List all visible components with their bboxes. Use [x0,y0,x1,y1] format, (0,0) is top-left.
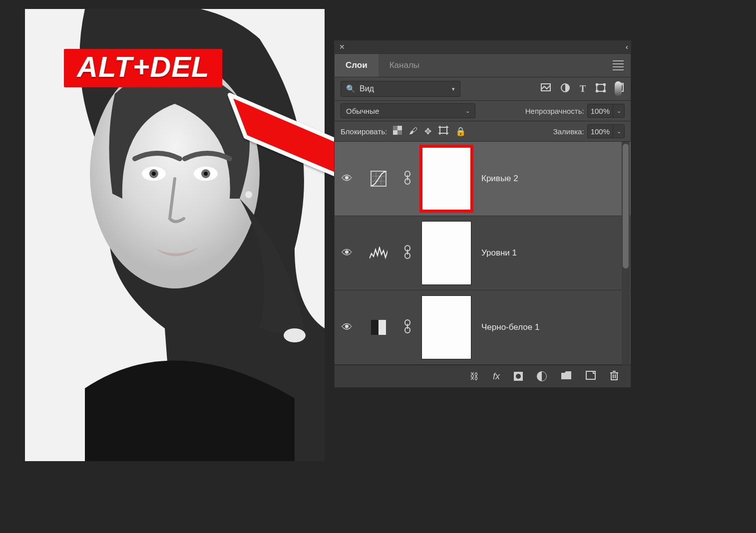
svg-point-7 [204,172,208,176]
blend-row: Обычные ⌄ Непрозрачность: 100% ⌄ [335,101,631,121]
filter-adjust-icon[interactable] [561,83,570,95]
filter-type-icon[interactable]: T [580,84,586,94]
mask-link-icon[interactable] [403,319,411,336]
visibility-toggle-icon[interactable]: 👁 [341,247,354,260]
layer-row[interactable]: 👁Черно-белое 1 [335,290,631,365]
adjustment-thumb[interactable] [370,244,387,262]
blend-mode-select[interactable]: Обычные ⌄ [341,103,475,118]
lock-transparent-icon[interactable] [393,126,402,137]
layers-panel-window: ✕ ‹‹ Слои Каналы 🔍Вид ▾ T [334,40,631,388]
layer-mask-thumb[interactable] [421,221,471,285]
layer-filter-label: Вид [360,84,374,93]
scrollbar-thumb[interactable] [623,144,629,268]
lock-pixels-icon[interactable]: 🖌 [409,126,417,136]
mask-link-icon[interactable] [403,170,411,188]
svg-rect-21 [440,127,447,133]
close-icon[interactable]: ✕ [339,43,345,51]
fx-icon[interactable]: fx [493,371,500,382]
lock-artboard-icon[interactable] [438,126,448,137]
layer-filter-select[interactable]: 🔍Вид ▾ [341,81,460,97]
svg-rect-16 [603,90,606,92]
lock-row: Блокировать: 🖌 ✥ 🔒 Заливка: 100% ⌄ [335,121,631,142]
svg-point-4 [152,172,156,176]
svg-rect-38 [371,320,378,335]
add-mask-icon[interactable] [514,372,523,381]
svg-rect-15 [596,90,598,92]
svg-rect-13 [596,83,598,86]
svg-point-8 [284,328,306,342]
fill-label: Заливка: [553,127,584,136]
delete-layer-icon[interactable] [610,370,619,383]
layer-name[interactable]: Кривые 2 [481,174,518,184]
panel-footer: ⛓ fx [335,365,631,387]
tab-layers[interactable]: Слои [335,54,378,77]
opacity-value: 100% [588,107,613,115]
layer-row[interactable]: 👁Уровни 1 [335,216,631,290]
scrollbar[interactable] [622,142,630,365]
panel-titlebar[interactable]: ✕ ‹‹ [334,40,631,53]
adjustment-thumb[interactable] [370,318,387,336]
adjustment-thumb[interactable] [370,170,387,188]
filter-shape-icon[interactable] [596,83,606,95]
visibility-toggle-icon[interactable]: 👁 [341,321,354,334]
filter-toggle[interactable] [615,81,622,96]
lock-label: Блокировать: [341,127,387,136]
filter-toolbar: 🔍Вид ▾ T [335,77,631,101]
opacity-label: Непрозрачность: [525,107,584,115]
svg-rect-19 [393,126,397,130]
layer-row[interactable]: 👁Кривые 2 [335,142,631,216]
lock-position-icon[interactable]: ✥ [424,126,431,137]
filter-pixel-icon[interactable] [541,83,551,95]
chevron-down-icon: ⌄ [465,108,470,114]
chevron-down-icon: ▾ [452,86,455,92]
stage: ALT+DEL ✕ ‹‹ Слои Каналы 🔍Вид ▾ [0,0,756,533]
layer-mask-thumb[interactable] [421,295,471,359]
layer-name[interactable]: Уровни 1 [481,248,517,258]
layers-list: 👁Кривые 2👁Уровни 1👁Черно-белое 1 [335,142,631,365]
new-group-icon[interactable] [561,371,572,382]
svg-rect-43 [611,373,617,380]
panel-tabs: Слои Каналы [335,54,631,77]
panel-menu-icon[interactable] [613,60,624,70]
chevron-down-icon: ⌄ [613,104,624,117]
opacity-input[interactable]: 100% ⌄ [587,104,625,118]
svg-rect-20 [397,130,402,135]
tab-channels[interactable]: Каналы [378,54,430,77]
collapse-icon[interactable]: ‹‹ [626,43,626,51]
blend-mode-value: Обычные [346,107,379,115]
new-layer-icon[interactable] [586,371,596,382]
layer-mask-thumb[interactable] [421,147,471,211]
svg-rect-14 [603,83,606,86]
lock-all-icon[interactable]: 🔒 [455,126,466,137]
visibility-toggle-icon[interactable]: 👁 [341,172,354,185]
link-layers-icon[interactable]: ⛓ [470,371,479,382]
layer-name[interactable]: Черно-белое 1 [481,322,539,332]
new-adjustment-icon[interactable] [537,371,547,381]
fill-input[interactable]: 100% ⌄ [587,124,625,138]
svg-point-9 [245,191,252,198]
shortcut-badge: ALT+DEL [64,49,222,87]
chevron-down-icon: ⌄ [613,125,624,138]
search-icon: 🔍 [346,84,356,93]
fill-value: 100% [588,127,613,136]
mask-link-icon[interactable] [403,245,411,262]
